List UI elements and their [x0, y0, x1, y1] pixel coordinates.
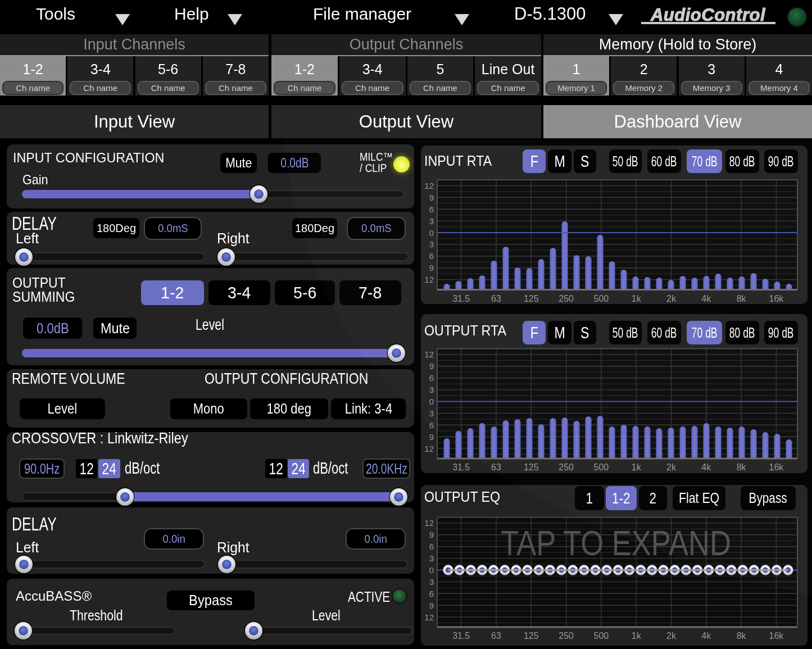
- svg-text:3: 3: [429, 409, 434, 418]
- svg-text:0: 0: [429, 397, 434, 406]
- svg-text:63: 63: [491, 631, 501, 641]
- svg-text:6: 6: [429, 205, 434, 214]
- svg-text:3: 3: [429, 553, 434, 563]
- svg-text:4k: 4k: [701, 294, 711, 303]
- svg-text:12: 12: [424, 518, 434, 528]
- svg-text:16k: 16k: [769, 631, 784, 641]
- svg-text:9: 9: [429, 361, 434, 371]
- svg-text:2k: 2k: [666, 631, 677, 641]
- svg-text:2k: 2k: [666, 294, 677, 303]
- svg-text:9: 9: [429, 530, 434, 539]
- svg-text:2k: 2k: [666, 462, 677, 472]
- svg-text:1k: 1k: [632, 294, 642, 303]
- svg-text:0: 0: [429, 228, 434, 238]
- svg-text:250: 250: [559, 462, 574, 472]
- svg-text:12: 12: [424, 444, 434, 453]
- svg-text:TAP TO EXPAND: TAP TO EXPAND: [501, 523, 731, 562]
- svg-text:3: 3: [429, 385, 434, 394]
- svg-text:31.5: 31.5: [452, 462, 470, 472]
- svg-text:63: 63: [491, 462, 501, 472]
- svg-text:6: 6: [429, 420, 434, 430]
- svg-text:8k: 8k: [737, 294, 747, 303]
- svg-text:16k: 16k: [769, 462, 784, 472]
- svg-text:500: 500: [594, 294, 609, 303]
- svg-text:8k: 8k: [737, 631, 747, 641]
- svg-text:4k: 4k: [701, 462, 711, 472]
- svg-text:12: 12: [424, 350, 434, 359]
- svg-text:16k: 16k: [769, 294, 784, 303]
- svg-text:6: 6: [429, 373, 434, 383]
- svg-text:9: 9: [429, 432, 434, 442]
- svg-text:3: 3: [429, 239, 434, 249]
- svg-text:9: 9: [429, 263, 434, 273]
- svg-text:12: 12: [424, 612, 434, 622]
- svg-text:31.5: 31.5: [452, 294, 470, 303]
- svg-text:500: 500: [594, 462, 609, 472]
- svg-text:12: 12: [424, 275, 434, 284]
- svg-text:0: 0: [429, 565, 434, 575]
- svg-text:3: 3: [429, 577, 434, 587]
- svg-text:6: 6: [429, 542, 434, 551]
- svg-text:8k: 8k: [737, 462, 747, 472]
- svg-text:4k: 4k: [701, 631, 711, 641]
- svg-text:125: 125: [524, 631, 539, 641]
- svg-text:250: 250: [559, 631, 574, 641]
- svg-text:6: 6: [429, 589, 434, 598]
- svg-text:125: 125: [524, 462, 539, 472]
- svg-text:1k: 1k: [632, 462, 642, 472]
- svg-text:250: 250: [559, 294, 574, 303]
- svg-text:6: 6: [429, 251, 434, 261]
- svg-text:31.5: 31.5: [452, 631, 470, 641]
- svg-text:3: 3: [429, 216, 434, 226]
- svg-text:9: 9: [429, 601, 434, 610]
- svg-text:125: 125: [524, 294, 539, 303]
- svg-text:500: 500: [594, 631, 609, 641]
- svg-text:1k: 1k: [632, 631, 642, 641]
- svg-text:9: 9: [429, 193, 434, 202]
- svg-text:63: 63: [491, 294, 501, 303]
- svg-text:12: 12: [424, 181, 434, 190]
